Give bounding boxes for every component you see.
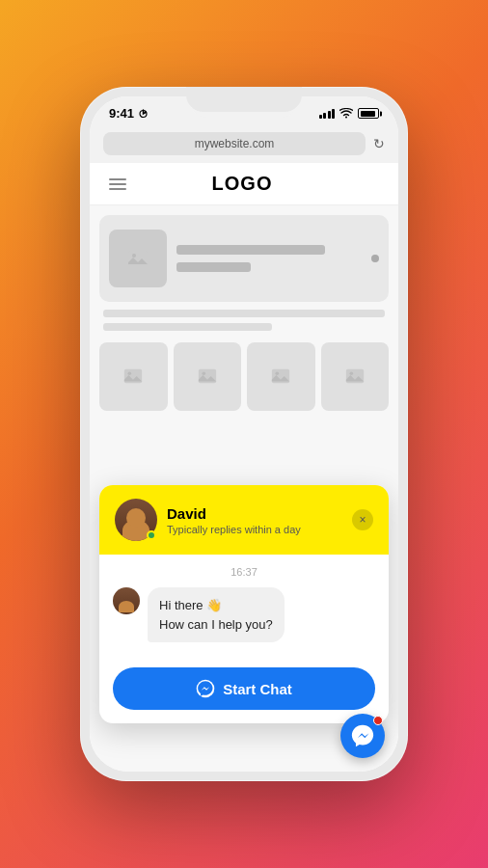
- svg-point-2: [132, 254, 136, 258]
- hero-dot: [371, 255, 379, 262]
- card-image-icon: [344, 366, 366, 387]
- image-icon: [126, 247, 149, 270]
- message-text-line1: Hi there 👋: [159, 596, 273, 615]
- battery-icon: [358, 108, 379, 119]
- agent-reply-status: Typically replies within a day: [167, 524, 342, 535]
- messenger-icon: [196, 679, 215, 698]
- grid-card-3: [247, 342, 315, 411]
- svg-point-6: [202, 372, 205, 376]
- message-avatar: [113, 587, 140, 614]
- text-lines: [90, 302, 398, 339]
- start-chat-button[interactable]: Start Chat: [113, 667, 375, 710]
- svg-point-4: [128, 372, 132, 376]
- agent-info: David Typically replies within a day: [167, 505, 342, 535]
- notification-dot: [373, 716, 383, 725]
- grid-card-4: [321, 342, 390, 411]
- card-image-icon: [122, 366, 144, 387]
- text-line-1: [103, 310, 385, 317]
- site-logo: LOGO: [212, 173, 273, 195]
- page-content: LOGO: [90, 163, 398, 772]
- signal-icon: [319, 109, 336, 119]
- chat-body: 16:37 Hi there 👋 How can I help you?: [99, 555, 389, 664]
- chat-header: David Typically replies within a day ×: [99, 485, 389, 555]
- navbar: LOGO: [90, 163, 398, 205]
- text-line-2: [103, 323, 272, 331]
- start-chat-label: Start Chat: [223, 681, 292, 697]
- hamburger-menu[interactable]: [105, 175, 130, 194]
- phone-shell: 9:41: [80, 87, 408, 781]
- notch-outer: [186, 87, 302, 112]
- grid-card-2: [174, 342, 242, 411]
- url-bar[interactable]: mywebsite.com: [103, 132, 366, 155]
- message-text-line2: How can I help you?: [159, 615, 273, 635]
- online-status-dot: [147, 530, 156, 540]
- reload-button[interactable]: ↻: [373, 136, 385, 151]
- hero-section: [99, 215, 389, 302]
- hero-image: [109, 230, 167, 287]
- grid-card-1: [99, 342, 168, 411]
- hero-line-2: [176, 262, 251, 272]
- chat-popup: David Typically replies within a day × 1…: [99, 485, 389, 723]
- agent-avatar-container: [115, 499, 157, 541]
- status-time: 9:41: [109, 106, 148, 121]
- fab-messenger-icon: [350, 723, 375, 748]
- close-chat-button[interactable]: ×: [352, 509, 373, 530]
- card-image-icon: [270, 366, 291, 387]
- chat-message-row: Hi there 👋 How can I help you?: [113, 587, 375, 642]
- hero-content: [176, 245, 362, 272]
- card-image-icon: [197, 366, 218, 387]
- chat-timestamp: 16:37: [113, 566, 375, 578]
- message-bubble: Hi there 👋 How can I help you?: [148, 587, 285, 642]
- agent-name: David: [167, 505, 342, 522]
- svg-point-8: [276, 372, 280, 376]
- browser-bar: mywebsite.com ↻: [90, 126, 398, 163]
- messenger-fab-button[interactable]: [340, 714, 385, 758]
- grid-cards: [90, 339, 398, 419]
- wifi-icon: [339, 108, 353, 119]
- svg-point-10: [349, 372, 353, 376]
- phone-screen: 9:41: [90, 96, 398, 772]
- hero-line-1: [176, 245, 325, 255]
- status-icons: [319, 108, 380, 119]
